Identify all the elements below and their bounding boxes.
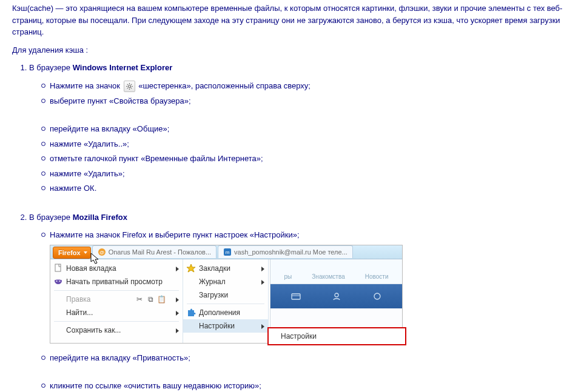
cut-icon: ✂ <box>135 295 144 304</box>
svg-marker-9 <box>187 264 195 272</box>
browser-step-firefox: В браузере Mozilla Firefox Нажмите на зн… <box>29 211 572 392</box>
intro-paragraph-1: Кэш(cache) — это хранящиеся на вашем ком… <box>12 2 572 38</box>
svg-point-11 <box>335 293 338 297</box>
submenu-settings-highlighted[interactable]: Настройки <box>267 327 406 345</box>
list-item: отметьте галочкой пункт «Временные файлы… <box>41 153 572 165</box>
list-item: Нажмите на значок Firefox и выберите пун… <box>41 229 572 241</box>
svg-text:m: m <box>226 250 230 255</box>
menu-item-private-browsing[interactable]: Начать приватный просмотр <box>50 275 183 288</box>
menu-item-addons[interactable]: Дополнения <box>183 306 268 319</box>
ie-substeps: Нажмите на значок «шестеренка», располож… <box>29 80 572 107</box>
ff-substeps-b: перейдите на вкладку «Приватность»; <box>29 352 572 364</box>
nav-icon <box>331 292 342 301</box>
edit-tool-icons: ✂ ⧉ 📋 <box>135 295 166 304</box>
list-item: нажмите «Удалить..»; <box>41 138 572 150</box>
menu-item-history[interactable]: Журнал <box>183 275 268 288</box>
cursor-icon <box>90 253 101 266</box>
menu-separator <box>54 290 179 291</box>
ff-titlebar: Firefox @ Onarus Mail Ru Arest - Пожалов… <box>50 245 402 259</box>
puzzle-icon <box>186 307 196 318</box>
chevron-right-icon <box>261 267 264 271</box>
list-item: нажмите ОК. <box>41 182 572 194</box>
browser-tab[interactable]: @ Onarus Mail Ru Arest - Пожалов... <box>92 245 216 258</box>
ie-substeps-b: перейдите на вкладку «Общие»; нажмите «У… <box>29 123 572 194</box>
list-item: кликните по ссылке «очистить вашу недавн… <box>41 380 572 392</box>
svg-point-7 <box>56 281 58 282</box>
menu-item-downloads[interactable]: Загрузки <box>183 288 268 302</box>
svg-marker-5 <box>91 253 98 264</box>
intro-paragraph-2: Для удаления кэша : <box>12 44 572 56</box>
paste-icon: 📋 <box>157 295 166 304</box>
firefox-app-button[interactable]: Firefox <box>53 247 91 259</box>
ff-substeps: Нажмите на значок Firefox и выберите пун… <box>29 229 572 241</box>
svg-point-8 <box>59 281 61 282</box>
menu-item-new-tab[interactable]: Новая вкладка <box>50 262 183 275</box>
favicon-icon: m <box>223 248 232 256</box>
browser-steps-list: В браузере Windows Internet Explorer Наж… <box>12 62 572 392</box>
nav-icon <box>372 292 383 301</box>
svg-rect-10 <box>292 294 300 299</box>
browser-step-ie: В браузере Windows Internet Explorer Наж… <box>29 62 572 194</box>
bg-tab-label: Знакомства <box>312 272 344 281</box>
mask-icon <box>53 276 64 287</box>
menu-item-find[interactable]: Найти... <box>50 306 183 319</box>
chevron-right-icon <box>176 297 179 302</box>
svg-rect-6 <box>55 264 61 271</box>
menu-item-bookmarks[interactable]: Закладки <box>183 262 268 275</box>
browser-tab[interactable]: m vash_pomoshnik@mail.ru Мое теле... <box>218 245 353 258</box>
chevron-down-icon <box>84 251 87 254</box>
ff-menu-column-2: Закладки Журнал Загрузки <box>183 259 269 343</box>
menu-item-settings[interactable]: Настройки <box>183 319 268 333</box>
svg-point-0 <box>128 85 130 87</box>
bg-tab-label: Новости <box>365 272 389 281</box>
step-browser-name: Mozilla Firefox <box>73 213 127 222</box>
menu-item-save-as[interactable]: Сохранить как... <box>50 324 183 337</box>
bg-tab-label: ры <box>284 272 292 281</box>
chevron-right-icon <box>261 280 264 285</box>
step-browser-name: Windows Internet Explorer <box>73 63 173 72</box>
list-item: выберите пункт «Свойства браузера»; <box>41 95 572 107</box>
menu-separator <box>54 321 179 322</box>
copy-icon: ⧉ <box>146 295 155 304</box>
document-icon <box>53 263 64 274</box>
list-item: перейдите на вкладку «Общие»; <box>41 123 572 135</box>
menu-item-edit: Правка ✂ ⧉ 📋 <box>50 293 183 306</box>
ff-menu-column-1: Новая вкладка Начать приватный просмотр … <box>50 259 183 343</box>
svg-point-12 <box>374 293 380 299</box>
step-prefix: В браузере <box>29 213 73 222</box>
menu-separator <box>187 304 264 304</box>
step-prefix: В браузере <box>29 63 73 72</box>
chevron-right-icon <box>176 267 179 271</box>
list-item: перейдите на вкладку «Приватность»; <box>41 352 572 364</box>
chevron-right-icon <box>176 328 179 333</box>
chevron-right-icon <box>176 311 179 316</box>
nav-icon <box>290 292 301 301</box>
gear-icon <box>124 81 135 92</box>
firefox-menu-screenshot: Firefox @ Onarus Mail Ru Arest - Пожалов… <box>50 245 403 344</box>
star-icon <box>186 263 196 274</box>
list-item: Нажмите на значок «шестеренка», располож… <box>41 80 572 92</box>
chevron-right-icon <box>261 324 264 329</box>
ff-substeps-c: кликните по ссылке «очистить вашу недавн… <box>29 380 572 392</box>
list-item: нажмите «Удалить»; <box>41 168 572 180</box>
